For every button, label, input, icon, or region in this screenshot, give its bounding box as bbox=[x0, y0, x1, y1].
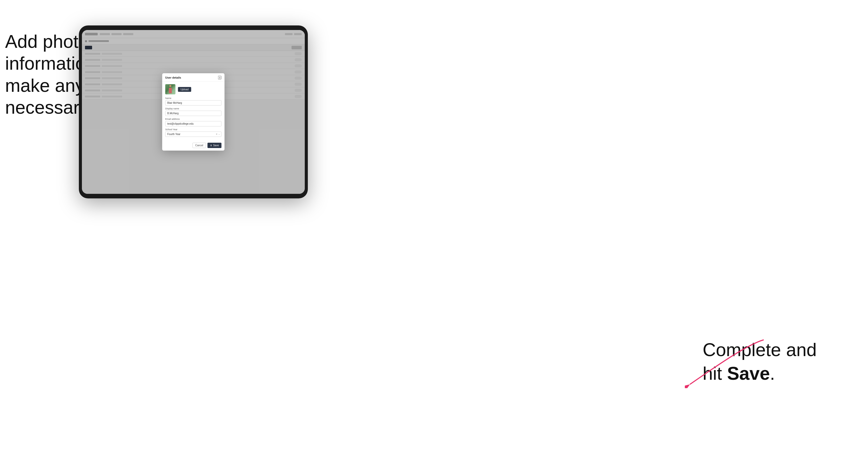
tablet-screen: User details × Upload bbox=[82, 30, 305, 194]
school-year-select-wrapper: × ⌄ bbox=[165, 131, 222, 137]
name-label: Name bbox=[165, 97, 222, 99]
save-label: Save bbox=[213, 144, 219, 147]
school-year-arrow-icon[interactable]: ⌄ bbox=[218, 133, 220, 135]
save-icon: ⬆ bbox=[210, 144, 212, 147]
figure-body bbox=[169, 88, 172, 93]
email-input[interactable] bbox=[165, 121, 222, 126]
annotation-right-bold: Save bbox=[727, 363, 770, 383]
photo-image bbox=[165, 84, 176, 94]
annotation-right-suffix: . bbox=[770, 363, 775, 383]
dialog-body: Upload Name Display name Email addre bbox=[162, 82, 225, 141]
display-name-field-group: Display name bbox=[165, 107, 222, 116]
upload-photo-button[interactable]: Upload bbox=[178, 87, 191, 92]
name-field-group: Name bbox=[165, 97, 222, 105]
photo-thumbnail bbox=[165, 84, 176, 94]
dialog-overlay: User details × Upload bbox=[82, 30, 305, 194]
school-year-label: School Year bbox=[165, 128, 222, 131]
email-field-group: Email address bbox=[165, 118, 222, 126]
tablet-frame: User details × Upload bbox=[79, 25, 308, 198]
annotation-right: Complete and hit Save. bbox=[703, 338, 835, 385]
display-name-label: Display name bbox=[165, 107, 222, 110]
figure-head bbox=[169, 85, 172, 87]
dialog-footer: Cancel ⬆ Save bbox=[162, 141, 225, 151]
display-name-input[interactable] bbox=[165, 111, 222, 116]
photo-section: Upload bbox=[165, 84, 222, 94]
dialog-close-button[interactable]: × bbox=[218, 76, 222, 80]
school-year-input[interactable] bbox=[165, 131, 222, 137]
school-year-field-group: School Year × ⌄ bbox=[165, 128, 222, 137]
cancel-button[interactable]: Cancel bbox=[193, 143, 206, 148]
save-button[interactable]: ⬆ Save bbox=[208, 143, 222, 148]
email-label: Email address bbox=[165, 118, 222, 120]
user-details-dialog: User details × Upload bbox=[162, 73, 225, 151]
dialog-header: User details × bbox=[162, 73, 225, 82]
school-year-clear-icon[interactable]: × bbox=[216, 133, 218, 135]
dialog-title: User details bbox=[165, 76, 181, 79]
name-input[interactable] bbox=[165, 100, 222, 105]
